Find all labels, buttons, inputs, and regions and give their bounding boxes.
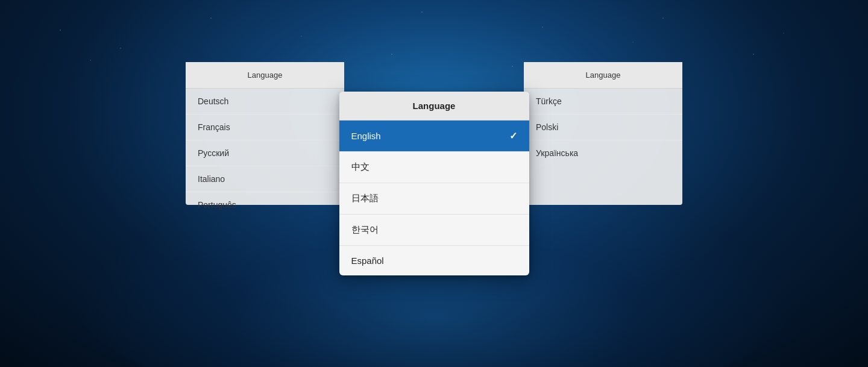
list-item[interactable]: Français <box>186 114 344 140</box>
list-item[interactable]: Deutsch <box>186 89 344 114</box>
language-dropdown: Language English ✓ 中文 日本語 한국어 Español <box>339 92 529 275</box>
list-item[interactable]: Italiano <box>186 166 344 192</box>
language-option-korean[interactable]: 한국어 <box>339 215 529 246</box>
language-label: 中文 <box>351 162 370 173</box>
right-panel: Language Türkçe Polski Українська <box>524 62 682 205</box>
language-label: Español <box>351 256 384 266</box>
language-option-spanish[interactable]: Español <box>339 246 529 275</box>
list-item[interactable]: Українська <box>524 140 682 166</box>
language-option-chinese[interactable]: 中文 <box>339 152 529 183</box>
left-panel-header: Language <box>186 62 344 89</box>
language-option-english[interactable]: English ✓ <box>339 121 529 152</box>
list-item[interactable]: Português <box>186 192 344 218</box>
list-item[interactable]: Polski <box>524 114 682 140</box>
language-label: English <box>351 131 381 141</box>
list-item[interactable]: Русский <box>186 140 344 166</box>
language-label: 日本語 <box>351 193 379 204</box>
dropdown-header: Language <box>339 92 529 121</box>
list-item[interactable]: Türkçe <box>524 89 682 114</box>
language-option-japanese[interactable]: 日本語 <box>339 183 529 215</box>
language-label: 한국어 <box>351 224 379 236</box>
left-panel: Language Deutsch Français Русский Italia… <box>186 62 344 205</box>
right-panel-header: Language <box>524 62 682 89</box>
check-icon: ✓ <box>509 130 517 142</box>
scene-container: Language Deutsch Français Русский Italia… <box>0 0 868 367</box>
